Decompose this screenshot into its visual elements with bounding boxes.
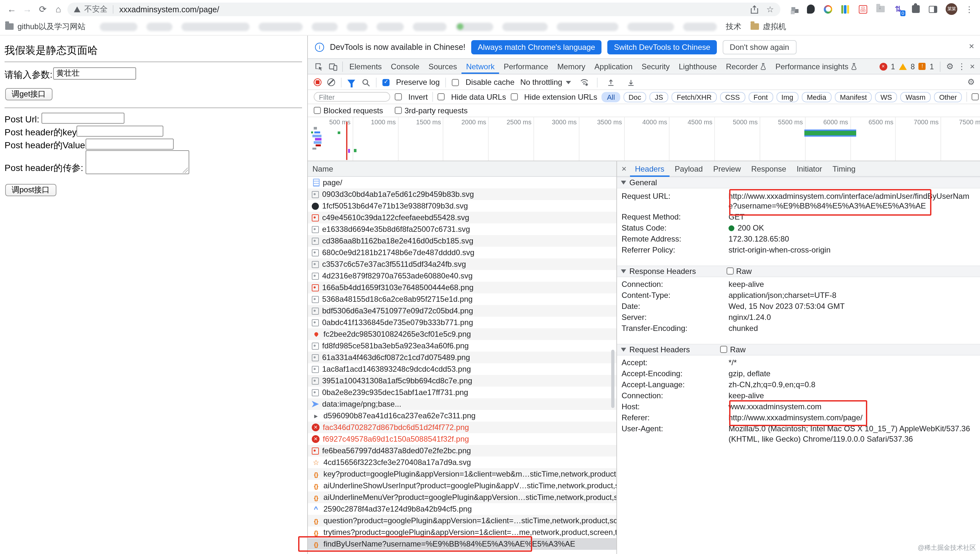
invert-checkbox[interactable] xyxy=(395,93,402,100)
details-tab-preview[interactable]: Preview xyxy=(708,161,746,177)
details-tab-payload[interactable]: Payload xyxy=(670,161,708,177)
request-row[interactable]: findByUserName?username=%E9%BB%84%E5%A3%… xyxy=(308,538,616,550)
requests-table-header[interactable]: Name xyxy=(308,161,616,177)
url-bar[interactable]: 不安全 xxxadminsystem.com/page/ ☆ xyxy=(67,3,780,16)
share-icon[interactable] xyxy=(751,5,759,14)
details-tab-headers[interactable]: Headers xyxy=(630,161,670,177)
evernote-extension-icon[interactable] xyxy=(806,4,816,14)
network-settings-icon[interactable]: ⚙ xyxy=(967,77,975,87)
filter-type-media[interactable]: Media xyxy=(802,92,832,102)
bookmark-tech[interactable]: 技术 xyxy=(726,21,741,32)
issues-icon[interactable]: ! xyxy=(919,63,926,70)
filter-type-fetch-xhr[interactable]: Fetch/XHR xyxy=(672,92,717,102)
banner-close-icon[interactable]: × xyxy=(969,41,974,51)
request-row[interactable]: 0ba2e8e239c935dec15abf1ae17ff731.png xyxy=(308,387,616,398)
bookmark-folder-vm[interactable]: 虚拟机 xyxy=(750,21,786,32)
invert-toggle[interactable]: Invert xyxy=(395,92,428,101)
filter-type-manifest[interactable]: Manifest xyxy=(835,92,872,102)
bookmark-item-blurred[interactable] xyxy=(258,22,302,31)
request-row[interactable]: e16338d6694e35b8d6f8fa25007c6731.svg xyxy=(308,223,616,235)
inspect-element-icon[interactable] xyxy=(312,59,326,73)
sitemap-extension-icon[interactable]: 品 xyxy=(858,4,868,14)
devtools-tab-elements[interactable]: Elements xyxy=(345,59,386,74)
request-row[interactable]: data:image/png;base... xyxy=(308,398,616,410)
devtools-tab-sources[interactable]: Sources xyxy=(424,59,461,74)
dismiss-banner-button[interactable]: Don't show again xyxy=(723,40,796,54)
export-har-icon[interactable] xyxy=(624,75,638,89)
request-row[interactable]: f6927c49578a69d1c150a5088541f32f.png xyxy=(308,433,616,445)
hide-extension-urls-checkbox[interactable] xyxy=(511,93,517,100)
filter-type-font[interactable]: Font xyxy=(748,92,773,102)
ring-extension-icon[interactable] xyxy=(823,4,833,14)
devtools-tab-console[interactable]: Console xyxy=(386,59,424,74)
request-row[interactable]: aiUnderlineMenuVer?product=googlePlugin&… xyxy=(308,492,616,503)
bookmark-item-blurred[interactable] xyxy=(181,22,249,31)
section-header-general[interactable]: General xyxy=(617,177,980,188)
devtools-menu-icon[interactable]: ⋮ xyxy=(958,62,966,71)
bookmark-item-blurred[interactable] xyxy=(683,22,717,31)
details-tab-initiator[interactable]: Initiator xyxy=(792,161,827,177)
devtools-tab-application[interactable]: Application xyxy=(590,59,637,74)
details-tab-timing[interactable]: Timing xyxy=(827,161,861,177)
request-row[interactable]: 0903d3c0bd4ab1a7e5d61c29b459b83b.svg xyxy=(308,188,616,200)
request-row[interactable]: 3951a100431308a1af5c9bb694cd8c7e.png xyxy=(308,375,616,387)
request-row[interactable]: question?product=googlePlugin&appVersion… xyxy=(308,515,616,527)
filter-type-other[interactable]: Other xyxy=(934,92,962,102)
bookmark-star-icon[interactable]: ☆ xyxy=(766,5,774,14)
bookmark-item-blurred[interactable] xyxy=(311,22,337,31)
devtools-tab-performance[interactable]: Performance xyxy=(499,59,552,74)
blocked-cookies-toggle[interactable]: Blocked response cookies xyxy=(972,92,980,101)
bookmark-item-blurred[interactable] xyxy=(376,22,404,31)
devtools-close-icon[interactable]: × xyxy=(970,62,975,71)
errors-icon[interactable]: × xyxy=(879,62,887,70)
bookmark-item-blurred[interactable] xyxy=(556,22,618,31)
bookmark-folder-github[interactable]: github以及学习网站 xyxy=(5,21,85,32)
details-tab-response[interactable]: Response xyxy=(746,161,792,177)
preserve-log-toggle[interactable]: Preserve log xyxy=(382,78,440,87)
match-language-button[interactable]: Always match Chrome's language xyxy=(471,40,602,54)
request-row[interactable]: page/ xyxy=(308,177,616,188)
home-button[interactable]: ⌂ xyxy=(52,3,65,15)
sidebar-toggle-icon[interactable] xyxy=(928,4,938,14)
scrollbar-thumb[interactable] xyxy=(611,350,614,408)
hide-data-urls-toggle[interactable]: Hide data URLs xyxy=(437,92,506,101)
devtools-tab-memory[interactable]: Memory xyxy=(553,59,590,74)
devtools-settings-icon[interactable]: ⚙ xyxy=(946,62,954,71)
blocked-cookies-checkbox[interactable] xyxy=(972,93,979,100)
filter-type-ws[interactable]: WS xyxy=(875,92,897,102)
post-url-input[interactable] xyxy=(41,113,124,124)
section-header-response-headers[interactable]: Response HeadersRaw xyxy=(617,265,980,277)
folder-download-extension-icon[interactable] xyxy=(876,4,885,14)
request-row[interactable]: bdf5306d6a3e47510977e09d72c05bd4.png xyxy=(308,305,616,317)
post-api-button[interactable]: 调post接口 xyxy=(5,184,56,196)
filter-type-doc[interactable]: Doc xyxy=(623,92,646,102)
devtools-tab-lighthouse[interactable]: Lighthouse xyxy=(674,59,721,74)
hide-extension-urls-toggle[interactable]: Hide extension URLs xyxy=(511,92,597,101)
request-row[interactable]: key?product=googlePlugin&appVersion=1&cl… xyxy=(308,468,616,480)
disable-cache-checkbox[interactable] xyxy=(452,79,459,86)
network-conditions-icon[interactable] xyxy=(577,75,591,89)
blocked-requests-toggle[interactable]: Blocked requests xyxy=(314,106,383,115)
request-row[interactable]: 166a5b4dd1659f3103e7648500444e68.png xyxy=(308,282,616,293)
network-filter-input[interactable] xyxy=(314,92,390,102)
request-row[interactable]: fd8fd985ce581ba3eb5a923ea34a60f6.png xyxy=(308,340,616,352)
filter-icon[interactable] xyxy=(347,80,355,85)
sync-extension-icon[interactable]: ⇅0 xyxy=(893,4,903,14)
request-row[interactable]: 5368a48155d18c6a2ce8ab95f2715e1d.png xyxy=(308,293,616,305)
raw-toggle[interactable]: Raw xyxy=(720,345,746,354)
close-details-icon[interactable]: × xyxy=(622,164,626,174)
name-column-header[interactable]: Name xyxy=(313,164,333,173)
request-row[interactable]: cd386aa8b1162ba18e2e416d0d5cb185.svg xyxy=(308,235,616,247)
request-row[interactable]: c49e45610c39da122cfeefaeebd55428.svg xyxy=(308,212,616,223)
forward-button[interactable]: → xyxy=(21,3,34,15)
param-input[interactable] xyxy=(53,67,136,80)
switch-chinese-button[interactable]: Switch DevTools to Chinese xyxy=(607,40,717,54)
warnings-icon[interactable] xyxy=(899,63,907,70)
record-network-icon[interactable] xyxy=(314,78,321,86)
disable-cache-toggle[interactable]: Disable cache xyxy=(452,78,515,87)
back-button[interactable]: ← xyxy=(5,3,18,15)
request-row[interactable]: 1fcf50513b6d47e71b13e9388f709b3d.svg xyxy=(308,200,616,212)
request-row[interactable]: d596090b87ea41d16ca237ea62e7c311.png xyxy=(308,410,616,422)
filter-type-wasm[interactable]: Wasm xyxy=(900,92,931,102)
hide-data-urls-checkbox[interactable] xyxy=(437,93,445,100)
